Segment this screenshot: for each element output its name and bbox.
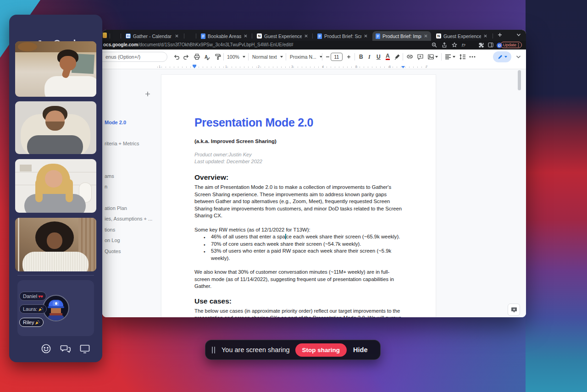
- doc-title: Presentation Mode 2.0: [194, 116, 403, 129]
- metrics-list: 46% of all users that enter a space each…: [194, 233, 403, 262]
- print-icon[interactable]: [194, 54, 200, 61]
- metrics-intro: Some key RW metrics (as of 12/1/2022 for…: [194, 226, 403, 234]
- share-status-text: You are screen sharing: [222, 346, 290, 353]
- outline-item[interactable]: ies, Assumptions + ...: [105, 216, 152, 221]
- extension-fq-icon[interactable]: f?: [462, 43, 465, 49]
- metric-item: 46% of all users that enter a space each…: [204, 233, 403, 241]
- document-area: Mode 2.0 riteria + Metrics ams n ation P…: [102, 69, 526, 317]
- bold-button[interactable]: B: [359, 54, 363, 60]
- right-indent-marker[interactable]: [401, 66, 405, 68]
- left-indent-marker[interactable]: [193, 66, 196, 68]
- hearts-icon: ♥♥: [38, 294, 43, 299]
- outline-item[interactable]: on Log: [105, 237, 120, 243]
- redo-icon[interactable]: [183, 54, 190, 61]
- close-tab-icon[interactable]: [424, 34, 428, 38]
- insert-image-icon[interactable]: [427, 54, 434, 61]
- outline-add-icon[interactable]: [144, 91, 151, 97]
- close-tab-icon[interactable]: [244, 34, 248, 38]
- editing-mode-button[interactable]: [493, 51, 511, 62]
- emoji-reaction-icon[interactable]: [41, 343, 51, 354]
- participant-video-1[interactable]: [15, 41, 96, 97]
- tab-product-brief-screen-rec[interactable]: Product Brief: Screen Recor: [314, 31, 371, 41]
- outline-item-active[interactable]: Mode 2.0: [105, 120, 126, 125]
- undo-icon[interactable]: [173, 54, 180, 61]
- share-page-icon[interactable]: [442, 42, 448, 48]
- participant-video-2[interactable]: [15, 101, 96, 154]
- tab-bookable-areas[interactable]: Bookable Areas: Take Me Th: [198, 31, 251, 41]
- zoom-out-icon[interactable]: [432, 42, 437, 48]
- side-panel-icon[interactable]: [488, 42, 494, 48]
- document-page[interactable]: Presentation Mode 2.0 (a.k.a. Improved S…: [161, 75, 436, 317]
- overview-paragraph: The aim of Presentation Mode 2.0 is to m…: [194, 184, 403, 220]
- chrome-update-button[interactable]: Update: [500, 42, 522, 48]
- close-tab-icon[interactable]: [364, 34, 368, 38]
- drag-handle-icon[interactable]: [212, 347, 215, 353]
- outline-item[interactable]: n: [105, 184, 107, 189]
- tab-guest-experience-2[interactable]: N Guest Experience: [433, 31, 491, 41]
- close-tab-icon[interactable]: [483, 34, 487, 38]
- italic-button[interactable]: I: [368, 54, 371, 61]
- bookmark-star-icon[interactable]: [452, 42, 458, 48]
- paint-format-icon[interactable]: [215, 54, 221, 61]
- close-tab-icon[interactable]: [175, 34, 179, 38]
- decrease-font-icon[interactable]: [326, 55, 330, 59]
- highlight-color-icon[interactable]: [394, 54, 400, 60]
- hide-menus-chevron-icon[interactable]: [516, 55, 521, 59]
- screen-share-icon[interactable]: [79, 343, 90, 354]
- ruler[interactable]: 1 1 2 3 4 5 6 7: [102, 64, 526, 69]
- paragraph-style-select[interactable]: Normal text: [252, 54, 283, 60]
- outline-item[interactable]: riteria + Metrics: [105, 141, 139, 146]
- extensions-puzzle-icon[interactable]: [478, 42, 484, 48]
- nametag-laura[interactable]: Laura:: [19, 304, 47, 314]
- stop-sharing-button[interactable]: Stop sharing: [295, 343, 347, 357]
- outline-item[interactable]: Quotes: [105, 248, 121, 254]
- doc-scrollbar-thumb[interactable]: [518, 70, 521, 90]
- docs-favicon: [201, 33, 205, 39]
- font-size-input[interactable]: 11: [331, 53, 343, 61]
- add-comment-icon[interactable]: [417, 54, 424, 61]
- insert-link-icon[interactable]: [406, 54, 413, 61]
- text-color-button[interactable]: A: [386, 54, 390, 60]
- outline-item[interactable]: ation Plan: [105, 205, 127, 211]
- doc-updated: Last updated: December 2022: [194, 158, 403, 165]
- metric-item: 70% of core users each week share their …: [204, 241, 403, 248]
- tab-calendar[interactable]: 31 Gather - Calendar - Week of: [122, 31, 182, 41]
- party-popper-icon: [38, 307, 43, 312]
- line-spacing-icon[interactable]: [459, 54, 466, 60]
- tab-product-brief-improved-active[interactable]: Product Brief: Improved Scre: [372, 31, 431, 41]
- nametag-riley[interactable]: Riley: [19, 318, 44, 327]
- chat-icon[interactable]: [60, 343, 71, 354]
- align-icon[interactable]: [445, 54, 451, 60]
- outline-item[interactable]: tions: [105, 227, 115, 232]
- usecases-paragraph: The below use cases (in approximate prio…: [194, 308, 403, 318]
- outline-item[interactable]: ams: [105, 173, 114, 179]
- address-text[interactable]: ocs.google.com/document/d/1Ssn3f7OkhBhKx…: [103, 42, 293, 47]
- doc-subtitle: (a.k.a. Improved Screen Sharing): [194, 138, 403, 144]
- tab-search-chevron-icon[interactable]: [516, 33, 521, 37]
- increase-font-icon[interactable]: [347, 55, 351, 59]
- more-options-icon[interactable]: [469, 56, 476, 58]
- zoom-select[interactable]: 100%: [227, 54, 245, 60]
- browser-window: 31 Gather - Calendar - Week of Bookable …: [102, 30, 526, 317]
- cut-favicon[interactable]: [103, 33, 107, 38]
- extension-blue-icon[interactable]: [470, 43, 476, 49]
- url-bar[interactable]: ocs.google.com/document/d/1Ssn3f7OkhBhKx…: [102, 41, 526, 50]
- align-caret[interactable]: [453, 56, 455, 58]
- nametag-daniel[interactable]: Daniel♥♥: [19, 292, 46, 301]
- participant-video-4[interactable]: [15, 218, 96, 271]
- new-tab-button[interactable]: [497, 32, 503, 38]
- underline-button[interactable]: U: [377, 54, 381, 60]
- tab-guest-experience-1[interactable]: N Guest Experience: [254, 31, 311, 41]
- floating-comment-button[interactable]: [508, 304, 520, 316]
- insert-image-caret[interactable]: [435, 56, 438, 58]
- participant-video-3[interactable]: [15, 159, 96, 213]
- gather-video-panel: Daniel♥♥ Laura: Riley: [9, 15, 102, 362]
- close-tab-icon[interactable]: [304, 34, 308, 38]
- pencil-icon: [498, 54, 503, 60]
- notion-favicon: N: [436, 33, 441, 39]
- fullscreen-paragraph: We also know that 30% of customer conver…: [194, 269, 403, 290]
- hide-button[interactable]: Hide: [353, 346, 367, 353]
- docs-toolbar: enus (Option+/) A 100% Normal text Proxi…: [102, 50, 526, 64]
- overview-heading: Overview:: [194, 173, 403, 182]
- font-select[interactable]: Proxima N...: [290, 54, 322, 60]
